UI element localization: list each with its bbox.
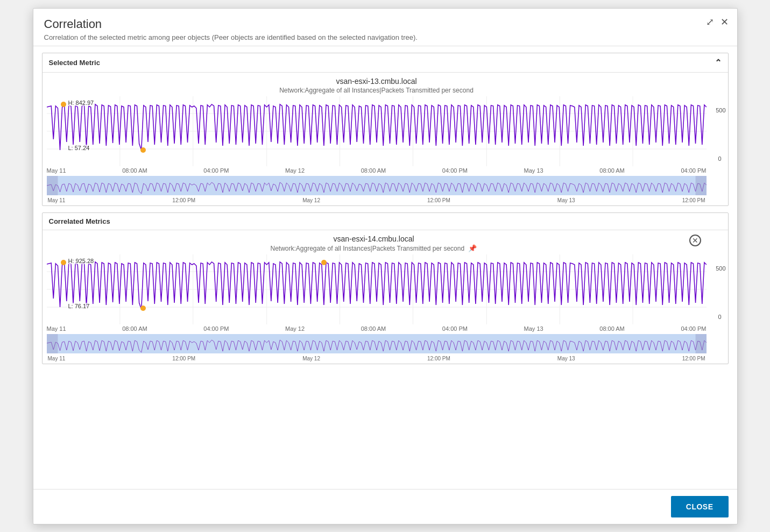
selected-metric-minimap[interactable] (47, 176, 707, 195)
correlated-chart-title-area: vsan-esxi-14.cmbu.local Network:Aggregat… (47, 235, 701, 254)
svg-rect-28 (47, 334, 58, 353)
selected-metric-chart-wrapper: vsan-esxi-13.cmbu.local Network:Aggregat… (43, 77, 728, 205)
x-label-5: 08:00 AM (361, 167, 386, 174)
correlation-modal: Correlation Correlation of the selected … (33, 8, 738, 524)
corr-low-label: L: 76.17 (67, 303, 91, 309)
correlated-close-btn[interactable]: ✕ (689, 235, 701, 246)
modal-title: Correlation (44, 17, 726, 31)
correlated-chart-item: vsan-esxi-14.cmbu.local Network:Aggregat… (43, 230, 728, 364)
high-dot (61, 102, 66, 107)
pin-icon[interactable]: 📌 (468, 244, 477, 252)
corr-mini-x-4: 12:00 PM (427, 356, 450, 361)
mini-x-4: 12:00 PM (427, 197, 450, 203)
close-icon[interactable]: ✕ (720, 17, 729, 27)
correlated-svg (47, 254, 707, 324)
correlated-chart-wrapper: H: 925.28 L: 76.17 (43, 254, 728, 364)
modal-footer: CLOSE (33, 489, 737, 524)
corr-mini-x-3: May 12 (302, 356, 320, 361)
correlated-chart-area: H: 925.28 L: 76.17 (47, 254, 707, 324)
corr-low-dot (140, 306, 146, 311)
x-label-8: 08:00 AM (599, 167, 624, 174)
selected-metric-panel-header: Selected Metric ⌃ (43, 53, 728, 73)
x-label-1: May 11 (47, 167, 66, 174)
close-button[interactable]: CLOSE (671, 496, 729, 517)
corr-high-dot-2 (321, 260, 327, 265)
mini-x-1: May 11 (48, 197, 66, 203)
svg-rect-27 (47, 334, 707, 353)
corr-mini-x-6: 12:00 PM (682, 356, 705, 361)
corr-x-1: May 11 (47, 325, 66, 332)
y-axis-low: 0 (718, 155, 721, 162)
selected-metric-svg (47, 96, 707, 166)
selected-metric-x-axis: May 11 08:00 AM 04:00 PM May 12 08:00 AM… (47, 166, 707, 175)
svg-rect-13 (47, 176, 58, 195)
correlated-minimap[interactable] (47, 334, 707, 353)
corr-x-4: May 12 (285, 325, 305, 332)
mini-x-5: May 13 (557, 197, 575, 203)
minimap-svg-2 (47, 334, 707, 353)
corr-mini-x-5: May 13 (557, 356, 575, 361)
correlated-metrics-label: Correlated Metrics (49, 217, 110, 225)
corr-x-5: 08:00 AM (361, 325, 386, 332)
correlated-x-axis: May 11 08:00 AM 04:00 PM May 12 08:00 AM… (47, 324, 707, 333)
x-label-2: 08:00 AM (122, 167, 147, 174)
svg-rect-29 (695, 334, 706, 353)
corr-x-8: 08:00 AM (599, 325, 624, 332)
x-label-6: 04:00 PM (442, 167, 468, 174)
corr-y-axis-high: 500 (716, 265, 725, 272)
modal-controls: ⤢ ✕ (706, 17, 729, 27)
collapse-icon[interactable]: ⌃ (715, 58, 722, 68)
svg-rect-14 (695, 176, 706, 195)
low-dot (140, 147, 146, 153)
corr-x-2: 08:00 AM (122, 325, 147, 332)
minimap-x-labels-1: May 11 12:00 PM May 12 12:00 PM May 13 1… (47, 197, 707, 205)
corr-y-axis-low: 0 (718, 314, 721, 320)
modal-header: Correlation Correlation of the selected … (33, 9, 737, 46)
corr-high-label: H: 925.28 (67, 258, 95, 264)
mini-x-3: May 12 (302, 197, 320, 203)
corr-x-3: 04:00 PM (203, 325, 229, 332)
minimap-x-labels-2: May 11 12:00 PM May 12 12:00 PM May 13 1… (47, 356, 707, 364)
corr-high-dot (61, 260, 66, 265)
correlated-metrics-panel: Correlated Metrics vsan-esxi-14.cmbu.loc… (42, 212, 729, 364)
mini-x-6: 12:00 PM (682, 197, 705, 203)
selected-metric-panel: Selected Metric ⌃ vsan-esxi-13.cmbu.loca… (42, 53, 729, 206)
low-label: L: 57.24 (67, 145, 91, 151)
selected-metric-chart-title: vsan-esxi-13.cmbu.local (47, 77, 707, 86)
mini-x-2: 12:00 PM (172, 197, 195, 203)
corr-mini-x-1: May 11 (48, 356, 66, 361)
minimap-svg-1 (47, 176, 707, 195)
modal-subtitle: Correlation of the selected metric among… (44, 33, 726, 41)
corr-mini-x-2: 12:00 PM (172, 356, 195, 361)
selected-metric-chart-subtitle: Network:Aggregate of all Instances|Packe… (47, 87, 707, 94)
selected-metric-label: Selected Metric (49, 59, 100, 67)
y-axis-high: 500 (716, 107, 725, 114)
corr-x-6: 04:00 PM (442, 325, 468, 332)
correlated-chart-title: vsan-esxi-14.cmbu.local (47, 235, 701, 243)
correlated-subtitle-text: Network:Aggregate of all Instances|Packe… (271, 245, 465, 252)
high-label: H: 842.97 (67, 100, 95, 106)
correlated-metrics-scroll[interactable]: vsan-esxi-14.cmbu.local Network:Aggregat… (43, 230, 728, 364)
corr-x-9: 04:00 PM (681, 325, 706, 332)
x-label-7: May 13 (524, 167, 543, 174)
selected-metric-chart-area: H: 842.97 L: 57.24 (47, 96, 707, 166)
expand-icon[interactable]: ⤢ (706, 17, 714, 27)
correlated-chart-header: vsan-esxi-14.cmbu.local Network:Aggregat… (43, 235, 728, 254)
x-label-9: 04:00 PM (681, 167, 706, 174)
close-circle-icon[interactable]: ✕ (689, 235, 701, 246)
x-label-3: 04:00 PM (203, 167, 229, 174)
correlated-metrics-panel-header: Correlated Metrics (43, 213, 728, 230)
corr-x-7: May 13 (524, 325, 543, 332)
x-label-4: May 12 (285, 167, 305, 174)
correlated-chart-subtitle: Network:Aggregate of all Instances|Packe… (47, 244, 701, 252)
selected-metric-panel-body: vsan-esxi-13.cmbu.local Network:Aggregat… (43, 73, 728, 205)
modal-body: Selected Metric ⌃ vsan-esxi-13.cmbu.loca… (33, 46, 737, 489)
